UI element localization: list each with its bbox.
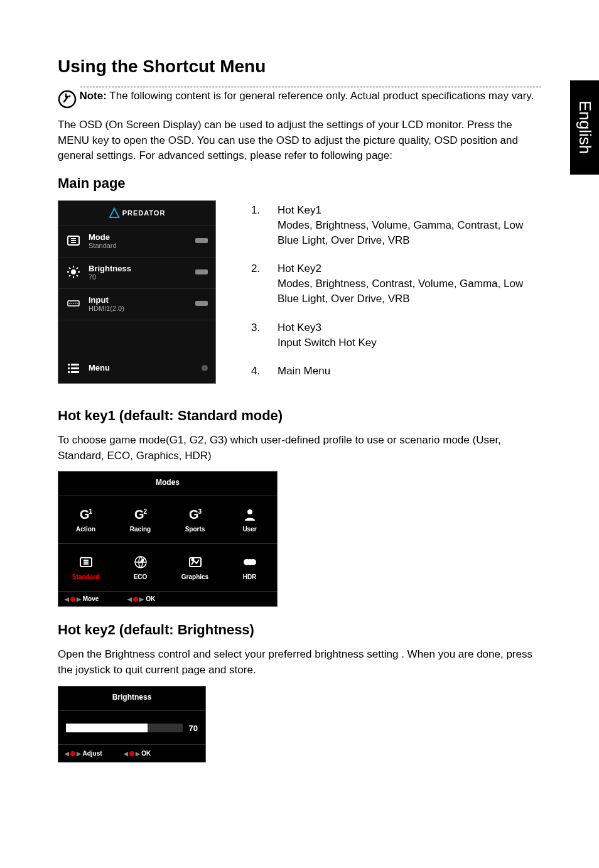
osd-brightness-value: 70 [89,273,131,281]
osd-input-title: Input [89,295,124,305]
svg-point-1 [69,95,71,97]
input-icon [66,296,81,311]
hotkey1-text: To choose game mode(G1, G2, G3) which us… [58,433,541,464]
mode-label: Action [76,526,95,533]
graphics-icon [186,555,204,570]
mode-label: User [242,526,256,533]
joystick-ok-icon: ◀▶ [127,596,144,602]
svg-line-13 [69,275,70,276]
heading-main-page: Main page [58,175,541,192]
joystick-adjust-icon: ◀▶ [65,751,81,757]
mode-hdr[interactable]: HDR [222,544,277,592]
list-item: 4. Main Menu [234,364,541,379]
hotkey-number: 2. [234,261,278,306]
note-text: Note: The following content is for gener… [79,89,537,104]
brightness-slider[interactable] [66,724,183,732]
mode-racing[interactable]: G2 Racing [113,496,168,544]
mode-label: Graphics [181,573,208,580]
brightness-icon [66,264,81,279]
mode-icon [66,233,81,248]
hotkey-title: Hot Key2 [278,261,541,276]
svg-rect-22 [71,364,79,366]
hotkey-desc: Modes, Brightness, Volume, Gamma, Contra… [278,218,541,248]
list-item: 1. Hot Key1 Modes, Brightness, Volume, G… [234,203,541,247]
svg-rect-25 [68,371,70,373]
hotkey-desc: Input Switch Hot Key [278,335,541,350]
svg-rect-21 [68,364,70,366]
menu-icon [66,361,81,376]
svg-rect-23 [68,367,70,369]
heading-hotkey1: Hot key1 (default: Standard mode) [58,408,541,424]
brightness-fill [66,724,148,732]
footer-move-label: Move [83,595,99,602]
language-tab: English [570,80,599,175]
predator-logo-text: PREDATOR [122,209,166,217]
mode-label: HDR [243,573,257,580]
mode-eco[interactable]: ECO [113,544,168,592]
svg-point-34 [192,559,193,561]
svg-point-37 [250,559,256,565]
page-title: Using the Shortcut Menu [58,57,541,77]
osd-button-icon [195,238,208,243]
hdr-icon [241,555,259,570]
note-icon [58,90,77,109]
mode-label: Racing [130,526,151,533]
osd-brightness-title: Brightness [89,264,131,273]
svg-line-12 [77,275,78,276]
mode-graphics[interactable]: Graphics [168,544,222,592]
hotkey-desc: Modes, Brightness, Contrast, Volume, Gam… [278,276,541,307]
svg-point-27 [247,509,252,514]
mode-sports[interactable]: G3 Sports [168,496,222,544]
svg-rect-24 [71,367,79,369]
user-icon [241,507,259,522]
joystick-ok-icon: ◀▶ [124,751,140,757]
note-body: The following content is for general ref… [107,90,534,102]
hotkey-title: Hot Key1 [278,203,541,218]
g1-icon: G1 [77,507,95,522]
modes-footer: ◀▶ Move ◀▶ OK [58,592,277,606]
modes-header: Modes [58,472,277,496]
hotkey-number: 1. [234,203,278,247]
mode-icon [77,555,95,570]
brightness-footer: ◀▶ Adjust ◀▶ OK [58,745,205,762]
footer-adjust-label: Adjust [82,750,102,757]
note-label: Note: [79,90,106,102]
svg-line-14 [77,268,78,269]
osd-item-input[interactable]: Input HDMI1(2.0) [58,289,215,320]
brightness-header: Brightness [58,686,205,711]
heading-hotkey2: Hot key2 (default: Brightness) [58,622,541,638]
note-block: Note: The following content is for gener… [58,87,541,109]
hotkey2-text: Open the Brightness control and select y… [58,647,541,678]
osd-mode-title: Mode [89,232,117,242]
osd-mode-value: Standard [89,242,117,249]
osd-button-icon [195,301,208,306]
g2-icon: G2 [132,507,149,522]
osd-item-menu[interactable]: Menu [58,354,215,383]
osd-logo: PREDATOR [58,201,215,226]
hotkey-title: Main Menu [278,364,541,379]
hotkey-number: 4. [234,364,278,379]
osd-button-icon [195,269,208,274]
hotkey-title: Hot Key3 [278,320,541,335]
list-item: 3. Hot Key3 Input Switch Hot Key [234,320,541,350]
list-item: 2. Hot Key2 Modes, Brightness, Contrast,… [234,261,541,306]
osd-input-value: HDMI1(2.0) [89,305,124,312]
svg-rect-26 [71,371,79,373]
mode-label: Sports [185,526,205,533]
note-divider [80,87,541,87]
footer-ok-label: OK [146,595,155,602]
modes-panel: Modes G1 Action G2 Racing G3 Sports User… [58,471,278,607]
svg-line-11 [69,268,70,269]
brightness-panel: Brightness 70 ◀▶ Adjust ◀▶ OK [58,686,206,762]
eco-icon [132,555,149,570]
osd-item-mode[interactable]: Mode Standard [58,226,215,258]
brightness-value: 70 [189,724,198,733]
osd-item-brightness[interactable]: Brightness 70 [58,258,215,289]
footer-ok-label: OK [141,750,151,757]
mode-action[interactable]: G1 Action [58,496,113,544]
svg-point-0 [59,91,75,107]
mode-standard[interactable]: Standard [58,544,113,592]
hotkey-number: 3. [234,320,278,350]
mode-user[interactable]: User [222,496,277,544]
hotkey-list: 1. Hot Key1 Modes, Brightness, Volume, G… [234,200,541,393]
